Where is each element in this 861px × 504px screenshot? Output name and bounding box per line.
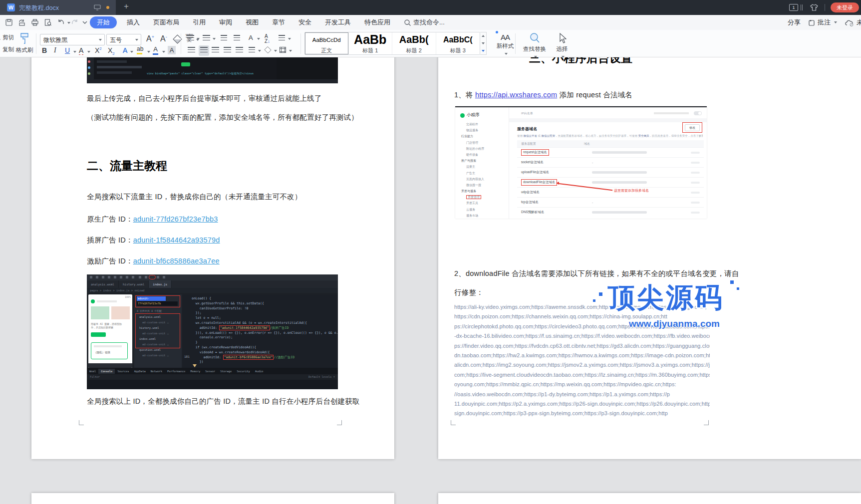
decor	[88, 60, 90, 63]
justify-button[interactable]	[224, 47, 231, 54]
save-icon[interactable]	[5, 18, 13, 26]
ad-label: 原生广告 ID：	[87, 215, 133, 223]
sync-status[interactable]: 未同步	[845, 18, 861, 27]
font-name-select[interactable]: 微软雅黑	[40, 34, 105, 45]
italic-button[interactable]: I	[54, 46, 56, 54]
decrease-indent-button[interactable]	[221, 35, 227, 42]
customize-toolbar-icon[interactable]	[82, 20, 88, 24]
underline-button[interactable]: U	[65, 46, 70, 54]
sort-button[interactable]: AZ↓	[265, 34, 270, 44]
tab-security[interactable]: 安全	[298, 18, 311, 27]
page-right[interactable]: 三、小程序后台设置 1、将 https://api.wxshares.com 添…	[438, 57, 861, 459]
export-icon[interactable]	[18, 18, 26, 26]
tab-review[interactable]: 审阅	[219, 18, 232, 27]
chevron-down-icon[interactable]	[147, 51, 150, 53]
window-count-badge[interactable]: 1	[789, 4, 798, 11]
char-shading-button[interactable]: A	[168, 46, 176, 54]
text-effects-button[interactable]: A	[123, 46, 127, 54]
tab-references[interactable]: 引用	[193, 18, 206, 27]
format-painter-button[interactable]: 格式刷	[13, 32, 36, 54]
chevron-down-icon[interactable]	[213, 38, 216, 40]
bullet-list-button[interactable]	[187, 35, 194, 42]
tab-insert[interactable]: 插入	[127, 18, 140, 27]
bold-button[interactable]: B	[42, 46, 47, 54]
style-heading3[interactable]: AaBbC( 标题 3	[436, 32, 480, 54]
find-replace-button[interactable]: 查找替换	[519, 32, 550, 60]
highlight-color-button[interactable]: ab	[137, 45, 143, 54]
chevron-down-icon[interactable]	[162, 51, 165, 53]
distribute-button[interactable]	[236, 47, 243, 54]
style-heading1[interactable]: AaBb 标题 1	[349, 32, 393, 54]
monitor-icon[interactable]	[94, 4, 101, 10]
admin-logo: 小程序	[460, 112, 480, 118]
font-color-button[interactable]: A	[153, 45, 158, 55]
styles-gallery-scrollbar[interactable]	[480, 32, 487, 55]
ad-id-link[interactable]: adunit-77fd267bf23e7bb3	[133, 215, 218, 223]
ad-id-link[interactable]: adunit-1f5844642a93579d	[133, 236, 220, 244]
gallery-more-icon[interactable]	[482, 50, 485, 52]
char-border-button[interactable]: A	[79, 46, 83, 55]
document-tab[interactable]: W 完整教程.docx	[0, 0, 116, 15]
tab-view[interactable]: 视图	[246, 18, 259, 27]
grow-font-button[interactable]: A+	[146, 34, 154, 43]
font-size-select[interactable]: 五号	[106, 34, 141, 45]
next-page-top[interactable]	[438, 493, 861, 504]
char-scaling-button[interactable]: A	[249, 34, 253, 41]
line-spacing-button[interactable]	[249, 47, 255, 54]
file-tab: history.wxml	[119, 280, 149, 288]
shrink-font-button[interactable]: A-	[160, 34, 167, 43]
redo-icon[interactable]	[71, 18, 79, 26]
style-heading2[interactable]: AaBb( 标题 2	[392, 32, 436, 54]
table-row: socket合法域名-	[517, 157, 704, 167]
print-icon[interactable]	[31, 18, 39, 26]
tab-section[interactable]: 章节	[272, 18, 285, 27]
chevron-down-icon[interactable]	[288, 38, 291, 40]
align-left-button[interactable]	[188, 47, 195, 54]
print-preview-icon[interactable]	[44, 18, 52, 26]
numbered-list-button[interactable]	[203, 35, 210, 42]
chevron-down-icon[interactable]	[274, 50, 277, 52]
chevron-down-icon[interactable]	[87, 51, 90, 53]
scroll-down-icon[interactable]	[482, 42, 485, 44]
chevron-down-icon[interactable]	[258, 50, 261, 52]
tab-page-layout[interactable]: 页面布局	[153, 18, 179, 27]
share-button[interactable]: 分享	[788, 18, 801, 27]
new-style-button[interactable]: AA 新样式	[492, 33, 519, 57]
login-button[interactable]: 未登录	[831, 2, 859, 12]
style-normal[interactable]: AaBbCcDd 正文	[305, 32, 349, 54]
subscript-button[interactable]: X2	[108, 46, 115, 56]
superscript-button[interactable]: X2	[95, 46, 102, 54]
shading-button[interactable]	[264, 46, 271, 53]
chevron-down-icon[interactable]	[197, 38, 200, 40]
api-domain-link[interactable]: https://api.wxshares.com	[475, 91, 557, 99]
document-area[interactable]: view bindtap="paste" class="clear" type=…	[0, 57, 861, 504]
show-marks-button[interactable]	[279, 35, 285, 42]
chevron-down-icon[interactable]	[130, 51, 133, 53]
borders-button[interactable]	[280, 47, 286, 53]
undo-icon[interactable]	[57, 18, 65, 26]
tab-dev-tools[interactable]: 开发工具	[325, 18, 351, 27]
skin-shirt-icon[interactable]	[810, 3, 819, 11]
find-replace-label: 查找替换	[519, 45, 550, 53]
chevron-down-icon[interactable]	[257, 38, 260, 40]
tab-special-features[interactable]: 特色应用	[364, 18, 390, 27]
chevron-down-icon[interactable]	[289, 50, 292, 52]
page-left[interactable]: view bindtap="paste" class="clear" type=…	[31, 57, 394, 459]
undo-dropdown-icon[interactable]	[67, 22, 70, 24]
search-chip: adunit-	[137, 296, 166, 301]
chevron-down-icon[interactable]	[73, 51, 76, 53]
increase-indent-button[interactable]	[234, 35, 240, 42]
cut-button[interactable]: 剪切	[0, 34, 14, 41]
align-right-button[interactable]	[212, 47, 219, 54]
align-center-button[interactable]	[199, 45, 209, 56]
new-tab-button[interactable]: +	[124, 1, 129, 11]
comment-button[interactable]: 批注	[808, 18, 837, 27]
page-corner-mark	[451, 420, 456, 425]
next-page-top[interactable]	[31, 493, 394, 504]
copy-button[interactable]: 复制	[0, 46, 14, 53]
tab-home[interactable]: 开始	[90, 16, 117, 28]
find-command-button[interactable]: 查找命令...	[404, 18, 445, 27]
select-button[interactable]: 选择	[551, 32, 573, 60]
scroll-up-icon[interactable]	[482, 35, 485, 37]
ad-id-link[interactable]: adunit-bf6c85886ae3a7ee	[133, 257, 220, 265]
